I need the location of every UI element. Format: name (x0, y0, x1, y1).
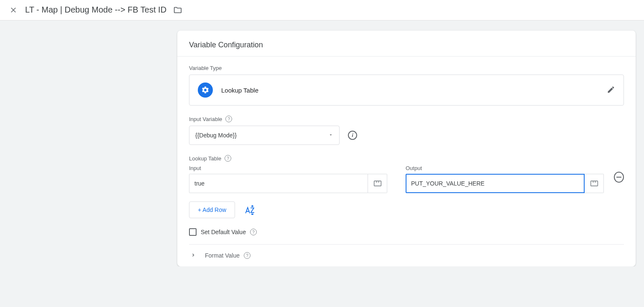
svg-rect-5 (590, 181, 598, 186)
lookup-table-label-text: Lookup Table (189, 155, 221, 162)
lookup-input-col: Input (189, 165, 387, 193)
close-button[interactable] (8, 5, 18, 15)
input-variable-row: {{Debug Mode}} i (189, 126, 624, 145)
page-title[interactable]: LT - Map | Debug Mode --> FB Test ID (25, 5, 166, 15)
svg-rect-7 (595, 181, 595, 183)
variable-picker-button[interactable] (585, 174, 604, 193)
editor-header: LT - Map | Debug Mode --> FB Test ID (0, 0, 644, 21)
svg-rect-3 (376, 181, 377, 183)
output-field-group (406, 174, 604, 193)
input-field-group (189, 174, 387, 193)
content-area: Variable Configuration Variable Type Loo… (0, 21, 644, 266)
help-icon[interactable]: ? (250, 229, 257, 235)
brick-icon (590, 180, 598, 187)
variable-config-card: Variable Configuration Variable Type Loo… (177, 31, 636, 266)
variable-type-selector[interactable]: Lookup Table (189, 75, 624, 106)
sort-az-icon (243, 205, 255, 215)
info-icon[interactable]: i (348, 131, 357, 140)
brick-icon (373, 180, 382, 187)
input-variable-label: Input Variable ? (189, 116, 624, 122)
gear-icon-circle (198, 83, 213, 98)
expand-format-toggle[interactable] (189, 252, 197, 259)
output-col-header: Output (406, 165, 604, 171)
input-variable-label-text: Input Variable (189, 116, 222, 122)
remove-row-button[interactable] (614, 172, 624, 183)
folder-button[interactable] (173, 5, 182, 15)
format-value-label: Format Value ? (205, 252, 250, 259)
input-variable-value: {{Debug Mode}} (195, 132, 237, 139)
help-icon[interactable]: ? (244, 252, 250, 259)
svg-rect-2 (374, 181, 381, 186)
chevron-right-icon (191, 253, 196, 258)
card-body: Variable Type Lookup Table Input Variabl… (177, 57, 636, 266)
lookup-input-field[interactable] (189, 174, 368, 193)
variable-type-label: Variable Type (189, 65, 624, 71)
folder-icon (173, 5, 182, 15)
close-icon (10, 6, 17, 14)
set-default-row: Set Default Value ? (189, 228, 624, 244)
variable-picker-button[interactable] (368, 174, 387, 193)
input-variable-select[interactable]: {{Debug Mode}} (189, 126, 340, 145)
lookup-table-section: Lookup Table ? Input Outp (189, 155, 624, 218)
gear-icon (201, 86, 210, 94)
input-col-header: Input (189, 165, 387, 171)
card-title: Variable Configuration (177, 31, 636, 57)
edit-type-button[interactable] (607, 85, 615, 95)
lookup-table-label: Lookup Table ? (189, 155, 624, 162)
chevron-down-icon (328, 132, 333, 137)
sort-button[interactable] (243, 205, 255, 215)
format-value-row[interactable]: Format Value ? (189, 244, 624, 266)
add-row-section: + Add Row (189, 201, 624, 218)
pencil-icon (607, 85, 615, 94)
lookup-row: Input Output (189, 165, 624, 193)
dropdown-arrow (328, 132, 333, 139)
help-icon[interactable]: ? (225, 116, 232, 122)
set-default-checkbox[interactable] (189, 228, 197, 236)
svg-rect-6 (593, 181, 593, 183)
add-row-button[interactable]: + Add Row (189, 201, 235, 218)
svg-rect-4 (378, 181, 379, 183)
lookup-output-col: Output (406, 165, 604, 193)
lookup-output-field[interactable] (406, 174, 585, 193)
set-default-label: Set Default Value (201, 229, 246, 235)
help-icon[interactable]: ? (225, 155, 231, 162)
variable-type-name: Lookup Table (221, 87, 607, 94)
format-value-text: Format Value (205, 252, 240, 259)
